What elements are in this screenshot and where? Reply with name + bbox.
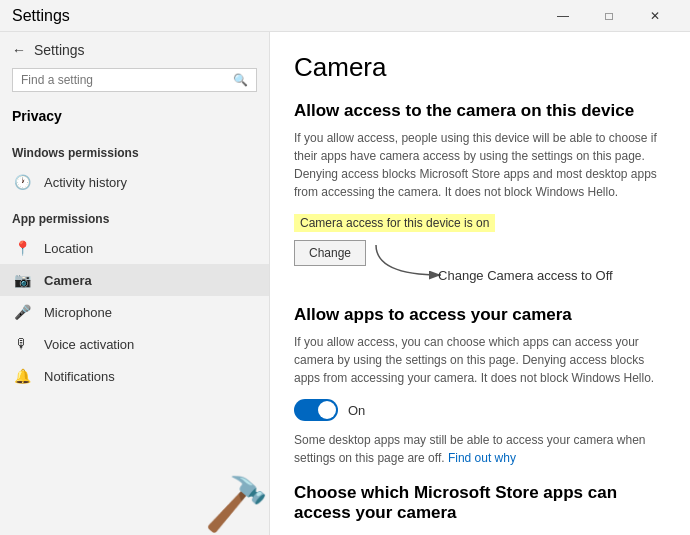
note-text: Some desktop apps may still be able to a… bbox=[294, 431, 666, 467]
store-apps-section: Choose which Microsoft Store apps can ac… bbox=[294, 483, 666, 523]
sidebar-item-voice-activation[interactable]: 🎙 Voice activation bbox=[0, 328, 269, 360]
sidebar-decoration: 🔨 bbox=[0, 392, 269, 535]
search-icon: 🔍 bbox=[233, 73, 248, 87]
close-button[interactable]: ✕ bbox=[632, 0, 678, 32]
change-button-area: Change Change Camera access to Off bbox=[294, 240, 666, 285]
tooltip-area: Change Camera access to Off bbox=[366, 240, 456, 285]
privacy-label: Privacy bbox=[0, 102, 269, 132]
maximize-button[interactable]: □ bbox=[586, 0, 632, 32]
sidebar-item-activity-history[interactable]: 🕐 Activity history bbox=[0, 166, 269, 198]
sidebar: ← Settings 🔍 Privacy Windows permissions… bbox=[0, 32, 270, 535]
toggle-knob bbox=[318, 401, 336, 419]
minimize-button[interactable]: — bbox=[540, 0, 586, 32]
title-bar-controls: — □ ✕ bbox=[540, 0, 678, 32]
voice-activation-icon: 🎙 bbox=[12, 336, 32, 352]
back-button[interactable]: ← bbox=[12, 42, 26, 58]
activity-history-label: Activity history bbox=[44, 175, 127, 190]
find-out-why-link[interactable]: Find out why bbox=[448, 451, 516, 465]
search-box[interactable]: 🔍 bbox=[12, 68, 257, 92]
device-access-description: If you allow access, people using this d… bbox=[294, 129, 666, 201]
tooltip-text: Change Camera access to Off bbox=[438, 268, 613, 283]
sidebar-item-microphone[interactable]: 🎤 Microphone bbox=[0, 296, 269, 328]
windows-permissions-label: Windows permissions bbox=[0, 132, 269, 166]
activity-history-icon: 🕐 bbox=[12, 174, 32, 190]
status-highlight: Camera access for this device is on bbox=[294, 214, 495, 232]
content-area: Camera Allow access to the camera on thi… bbox=[270, 32, 690, 535]
page-title: Camera bbox=[294, 52, 666, 83]
sidebar-item-notifications[interactable]: 🔔 Notifications bbox=[0, 360, 269, 392]
store-apps-title: Choose which Microsoft Store apps can ac… bbox=[294, 483, 666, 523]
sidebar-top: ← Settings bbox=[0, 32, 269, 68]
title-bar: Settings — □ ✕ bbox=[0, 0, 690, 32]
apps-access-section: Allow apps to access your camera If you … bbox=[294, 305, 666, 467]
device-access-title: Allow access to the camera on this devic… bbox=[294, 101, 666, 121]
app-permissions-label: App permissions bbox=[0, 198, 269, 232]
sidebar-item-camera[interactable]: 📷 Camera bbox=[0, 264, 269, 296]
back-arrow-icon: ← bbox=[12, 42, 26, 58]
apps-access-description: If you allow access, you can choose whic… bbox=[294, 333, 666, 387]
voice-activation-label: Voice activation bbox=[44, 337, 134, 352]
toggle-label: On bbox=[348, 403, 365, 418]
title-bar-title: Settings bbox=[12, 7, 70, 25]
notifications-icon: 🔔 bbox=[12, 368, 32, 384]
search-input[interactable] bbox=[21, 73, 227, 87]
hammer-icon: 🔨 bbox=[204, 474, 269, 535]
microphone-label: Microphone bbox=[44, 305, 112, 320]
camera-toggle[interactable] bbox=[294, 399, 338, 421]
device-access-section: Allow access to the camera on this devic… bbox=[294, 101, 666, 285]
camera-label: Camera bbox=[44, 273, 92, 288]
camera-icon: 📷 bbox=[12, 272, 32, 288]
sidebar-app-title: Settings bbox=[34, 42, 85, 58]
sidebar-item-location[interactable]: 📍 Location bbox=[0, 232, 269, 264]
microphone-icon: 🎤 bbox=[12, 304, 32, 320]
location-label: Location bbox=[44, 241, 93, 256]
notifications-label: Notifications bbox=[44, 369, 115, 384]
apps-access-title: Allow apps to access your camera bbox=[294, 305, 666, 325]
main-layout: ← Settings 🔍 Privacy Windows permissions… bbox=[0, 32, 690, 535]
change-button[interactable]: Change bbox=[294, 240, 366, 266]
location-icon: 📍 bbox=[12, 240, 32, 256]
title-bar-left: Settings bbox=[12, 7, 70, 25]
toggle-row: On bbox=[294, 399, 666, 421]
